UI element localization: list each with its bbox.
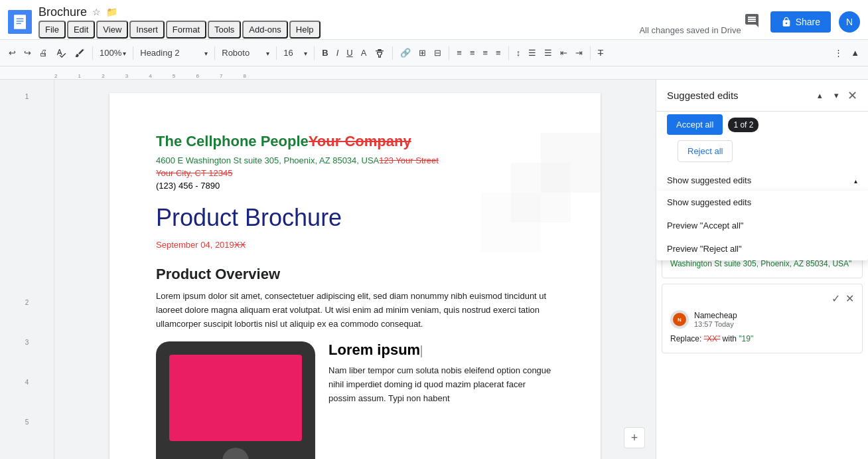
- print-button[interactable]: 🖨: [36, 45, 51, 60]
- align-left-button[interactable]: ≡: [453, 45, 465, 60]
- reject-row: Reject all: [656, 135, 868, 170]
- sep3: [214, 46, 215, 60]
- menu-insert[interactable]: Insert: [129, 21, 165, 39]
- align-center-button[interactable]: ≡: [467, 45, 478, 60]
- page-num-1: 1: [25, 93, 29, 100]
- sep5: [314, 46, 315, 60]
- cursor: [421, 345, 422, 357]
- dropdown-show-sugg[interactable]: Show suggested edits: [656, 191, 868, 214]
- date-deleted: XX: [234, 240, 246, 250]
- username-2: Namecheap: [694, 311, 737, 320]
- share-label: Share: [796, 17, 820, 27]
- page-num-2: 2: [25, 299, 29, 306]
- page-num-4: 4: [25, 379, 29, 386]
- menu-help[interactable]: Help: [289, 21, 321, 39]
- underline-button[interactable]: U: [343, 45, 356, 60]
- paintformat-button[interactable]: [71, 45, 88, 61]
- old-text-2: "XX": [704, 334, 721, 343]
- highlight-button[interactable]: [371, 45, 388, 61]
- align-right-button[interactable]: ≡: [480, 45, 492, 60]
- spellcheck-button[interactable]: [52, 45, 70, 61]
- show-suggested-edits-row[interactable]: Show suggested edits Show suggested edit…: [656, 170, 868, 191]
- size-dropdown[interactable]: 16: [281, 46, 310, 59]
- share-button[interactable]: Share: [770, 11, 831, 33]
- phone-screen: [169, 355, 302, 441]
- decrease-indent-button[interactable]: ⇤: [557, 45, 571, 60]
- address-old: 123 Your Street: [379, 155, 439, 165]
- address-new: 4600 E Washington St suite 305, Phoenix,…: [156, 155, 379, 165]
- svg-rect-1: [14, 15, 26, 29]
- col-body-text: Nam liber tempor cum soluta nobis eleife…: [328, 364, 554, 405]
- doc-title-area: Brochure ☆ 📁 File Edit View Insert Forma…: [38, 5, 631, 39]
- collapse-toolbar-button[interactable]: ▲: [847, 45, 863, 60]
- spellcheck-icon: [56, 48, 66, 58]
- link-button[interactable]: 🔗: [397, 45, 414, 60]
- menu-edit[interactable]: Edit: [67, 21, 95, 39]
- line-spacing-button[interactable]: ↕: [513, 45, 524, 60]
- redo-button[interactable]: ↪: [21, 45, 35, 60]
- text-column: Lorem ipsum Nam liber tempor cum soluta …: [328, 341, 554, 459]
- expand-button[interactable]: ▾: [831, 88, 842, 103]
- bullet-list-button[interactable]: ☰: [525, 45, 540, 60]
- menu-file[interactable]: File: [38, 21, 66, 39]
- dropdown-preview-reject[interactable]: Preview "Reject all": [656, 237, 868, 260]
- menu-view[interactable]: View: [96, 21, 128, 39]
- italic-button[interactable]: I: [333, 45, 342, 60]
- reject-suggestion-2[interactable]: ✕: [845, 292, 854, 305]
- zoom-in-button[interactable]: +: [624, 427, 645, 448]
- suggested-edits-title: Suggested edits: [667, 90, 809, 101]
- accept-all-button[interactable]: Accept all: [667, 114, 723, 135]
- reject-all-button[interactable]: Reject all: [678, 140, 733, 162]
- sep8: [508, 46, 509, 60]
- style-chevron: [204, 48, 208, 58]
- comment-button[interactable]: [741, 10, 762, 33]
- font-dropdown[interactable]: Roboto: [219, 46, 272, 59]
- timestamp-2: 13:57 Today: [694, 320, 737, 328]
- undo-button[interactable]: ↩: [5, 45, 19, 60]
- more-options-button[interactable]: ⋮: [831, 45, 846, 60]
- namecheap-logo-2: N: [673, 313, 686, 326]
- insert-table-button[interactable]: ⊟: [431, 45, 445, 60]
- menu-tools[interactable]: Tools: [208, 21, 241, 39]
- justify-button[interactable]: ≡: [492, 45, 504, 60]
- suggested-edits-header: Suggested edits ▴ ▾ ✕: [656, 80, 868, 112]
- font-value: Roboto: [222, 48, 250, 58]
- increase-indent-button[interactable]: ⇥: [572, 45, 586, 60]
- company-name-new: The Cellphone People: [156, 133, 309, 149]
- bold-button[interactable]: B: [319, 45, 331, 60]
- zoom-dropdown[interactable]: 100%: [97, 46, 129, 59]
- page-num-3: 3: [25, 339, 29, 346]
- ruler-inner: 2 1 2 3 4 5 6 7 8: [54, 66, 868, 79]
- city-old: Your City, CT 12345: [156, 168, 232, 178]
- doc-canvas[interactable]: The Cellphone PeopleYour Company 4600 E …: [54, 80, 656, 459]
- body-text: Lorem ipsum dolor sit amet, consectetuer…: [156, 290, 554, 331]
- doc-page: The Cellphone PeopleYour Company 4600 E …: [109, 93, 601, 459]
- close-panel-button[interactable]: ✕: [847, 88, 857, 103]
- clear-format-button[interactable]: T̶: [595, 45, 607, 60]
- sep9: [590, 46, 591, 60]
- ordered-list-button[interactable]: ☰: [541, 45, 555, 60]
- menu-format[interactable]: Format: [166, 21, 206, 39]
- doc-title[interactable]: Brochure: [38, 5, 87, 19]
- two-col-section: Lorem ipsum Nam liber tempor cum soluta …: [156, 341, 554, 459]
- star-icon[interactable]: ☆: [92, 7, 101, 17]
- menu-addons[interactable]: Add-ons: [242, 21, 287, 39]
- suggested-edits-dropdown: Show suggested edits Preview "Accept all…: [656, 191, 868, 260]
- insert-image-button[interactable]: ⊞: [415, 45, 429, 60]
- dropdown-preview-accept[interactable]: Preview "Accept all": [656, 214, 868, 237]
- ruler-marks: 2 1 2 3 4 5 6 7 8: [54, 73, 246, 79]
- sep6: [392, 46, 393, 60]
- collapse-button[interactable]: ▴: [814, 88, 826, 103]
- pagination-badge: 1 of 2: [728, 118, 759, 132]
- accept-suggestion-2[interactable]: ✓: [832, 292, 840, 305]
- text-color-button[interactable]: A: [358, 45, 370, 60]
- user-avatar[interactable]: N: [839, 11, 860, 33]
- new-text-2: "19": [739, 334, 753, 343]
- svg-rect-2: [17, 18, 24, 19]
- phone-image: [156, 341, 315, 459]
- card-actions-2: ✓ ✕: [670, 292, 854, 305]
- size-chevron: [304, 48, 307, 58]
- style-dropdown[interactable]: Heading 2: [137, 46, 210, 59]
- folder-icon[interactable]: 📁: [106, 7, 117, 17]
- suggestion-text-2: Replace: "XX" with "19": [670, 333, 854, 345]
